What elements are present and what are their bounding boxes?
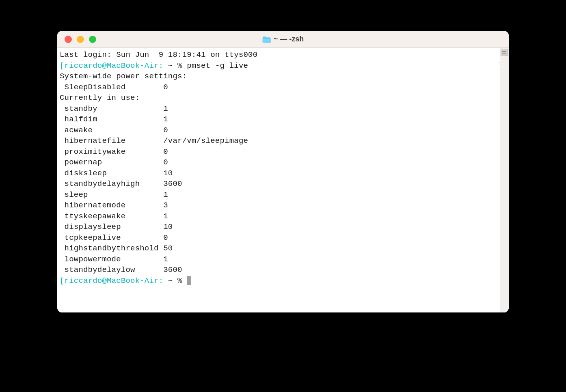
prompt-line-2: [riccardo@MacBook-Air: ~ % xyxy=(60,276,497,286)
output-row-value: /var/vm/sleepimage xyxy=(163,136,248,145)
output-row-value: 10 xyxy=(163,169,173,178)
prompt-path-symbol: ~ % xyxy=(163,61,187,70)
output-row: disksleep 10 xyxy=(60,168,497,179)
output-row: standbydelayhigh 3600 xyxy=(60,179,497,190)
sleep-disabled-val: 0 xyxy=(163,83,168,92)
output-row-key: standby xyxy=(60,103,163,114)
output-row: acwake 0 xyxy=(60,125,497,136)
close-button[interactable] xyxy=(65,36,72,43)
output-row-key: powernap xyxy=(60,157,163,168)
output-row: standbydelaylow 3600 xyxy=(60,265,497,276)
terminal-content[interactable]: Last login: Sun Jun 9 18:19:41 on ttys00… xyxy=(57,48,500,312)
output-row-key: standbydelayhigh xyxy=(60,179,163,190)
sleep-disabled-row: SleepDisabled 0 xyxy=(60,82,497,93)
prompt-open-bracket-2: [ xyxy=(60,276,65,285)
output-row-value: 3 xyxy=(163,201,168,210)
output-row-value: 0 xyxy=(163,233,168,242)
output-row: halfdim 1 xyxy=(60,114,497,125)
window-title-text: ~ — -zsh xyxy=(274,35,304,43)
output-row-key: hibernatemode xyxy=(60,200,163,211)
output-row-key: ttyskeepawake xyxy=(60,211,163,222)
output-row: powernap 0 xyxy=(60,157,497,168)
prompt-path-symbol-2: ~ % xyxy=(163,276,187,285)
output-row-key: standbydelaylow xyxy=(60,265,163,276)
folder-icon xyxy=(262,36,270,43)
last-login-line: Last login: Sun Jun 9 18:19:41 on ttys00… xyxy=(60,50,497,60)
output-row-key: displaysleep xyxy=(60,222,163,233)
output-row-key: disksleep xyxy=(60,168,163,179)
output-row-value: 0 xyxy=(163,147,168,156)
maximize-button[interactable] xyxy=(89,36,96,43)
output-header-2: Currently in use: xyxy=(60,93,497,103)
minimize-button[interactable] xyxy=(77,36,84,43)
output-row-value: 0 xyxy=(163,158,168,167)
scrollbar[interactable] xyxy=(500,48,509,312)
output-row-value: 1 xyxy=(163,212,168,221)
output-row-value: 10 xyxy=(163,222,173,231)
output-row: tcpkeepalive 0 xyxy=(60,233,497,243)
output-row: ttyskeepawake 1 xyxy=(60,211,497,222)
output-row-value: 50 xyxy=(163,244,173,253)
output-row-key: acwake xyxy=(60,125,163,136)
output-row-value: 0 xyxy=(163,126,168,135)
output-row-value: 3600 xyxy=(163,265,182,274)
terminal-window: ~ — -zsh Last login: Sun Jun 9 18:19:41 … xyxy=(57,31,509,312)
output-row-value: 1 xyxy=(163,115,168,124)
output-row-key: hibernatefile xyxy=(60,136,163,146)
output-row: standby 1 xyxy=(60,103,497,114)
output-rows: standby 1 halfdim 1 acwake 0 hibernatefi… xyxy=(60,103,497,276)
output-row: highstandbythreshold 50 xyxy=(60,243,497,254)
prompt-open-bracket: [ xyxy=(60,61,65,70)
output-row-key: sleep xyxy=(60,190,163,200)
prompt-user-host-2: riccardo@MacBook-Air: xyxy=(65,276,164,285)
terminal-body: Last login: Sun Jun 9 18:19:41 on ttys00… xyxy=(57,48,509,312)
output-row-value: 1 xyxy=(163,190,168,199)
output-row-key: proximitywake xyxy=(60,146,163,157)
sleep-disabled-key: SleepDisabled xyxy=(60,82,163,93)
output-row: sleep 1 xyxy=(60,190,497,200)
output-row: proximitywake 0 xyxy=(60,146,497,157)
output-row: displaysleep 10 xyxy=(60,222,497,233)
output-row-key: highstandbythreshold xyxy=(60,243,163,254)
scrollbar-thumb[interactable] xyxy=(501,49,508,56)
output-row-key: halfdim xyxy=(60,114,163,125)
output-row: hibernatefile /var/vm/sleepimage xyxy=(60,136,497,146)
output-row-key: tcpkeepalive xyxy=(60,233,163,243)
output-row-value: 1 xyxy=(163,255,168,264)
output-row: lowpowermode 1 xyxy=(60,254,497,265)
command-text: pmset -g live xyxy=(187,61,248,70)
prompt-user-host: riccardo@MacBook-Air: xyxy=(65,61,164,70)
cursor xyxy=(187,276,191,285)
output-row-key: lowpowermode xyxy=(60,254,163,265)
output-row-value: 1 xyxy=(163,104,168,113)
prompt-line-1: [riccardo@MacBook-Air: ~ % pmset -g live… xyxy=(60,60,497,71)
window-title: ~ — -zsh xyxy=(262,35,304,43)
output-header-1: System-wide power settings: xyxy=(60,71,497,82)
output-row: hibernatemode 3 xyxy=(60,200,497,211)
traffic-lights xyxy=(57,36,96,43)
titlebar: ~ — -zsh xyxy=(57,31,509,48)
output-row-value: 3600 xyxy=(163,179,182,188)
prompt-line-spacer xyxy=(248,61,498,70)
